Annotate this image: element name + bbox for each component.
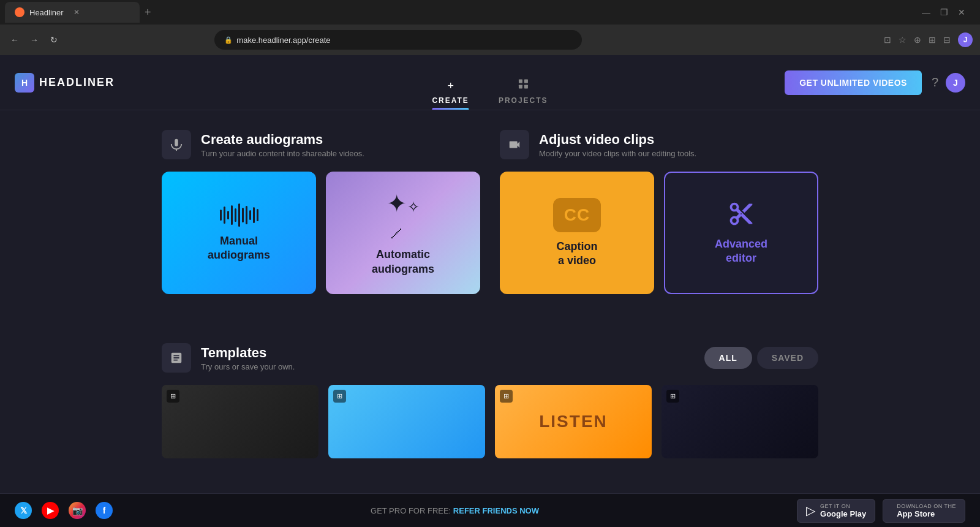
template-item-3[interactable]: ⊞ LISTEN — [495, 385, 652, 458]
youtube-icon[interactable]: ▶ — [42, 502, 59, 519]
logo[interactable]: H HEADLINER — [15, 73, 115, 93]
template-icon-3: ⊞ — [503, 392, 509, 400]
templates-section-icon — [162, 343, 191, 373]
bookmark-icon[interactable]: ☆ — [899, 35, 907, 45]
extension-icon-3[interactable]: ⊟ — [943, 35, 951, 45]
tab-close-button[interactable]: ✕ — [74, 8, 80, 17]
audiograms-text: Create audiograms Turn your audio conten… — [201, 132, 364, 158]
template-overlay-2: ⊞ — [333, 390, 346, 403]
advanced-editor-card[interactable]: Advancededitor — [664, 172, 818, 294]
close-button[interactable]: ✕ — [958, 7, 965, 17]
help-button[interactable]: ? — [932, 75, 938, 89]
manual-audiograms-card[interactable]: Manualaudiograms — [162, 172, 316, 294]
template-overlay-4: ⊞ — [666, 390, 679, 403]
app-store-text: Download on the App Store — [897, 503, 956, 518]
url-text: make.headliner.app/create — [236, 36, 330, 45]
caption-video-card[interactable]: CC Captiona video — [500, 172, 654, 294]
google-play-icon: ▷ — [806, 503, 815, 518]
video-section: Adjust video clips Modify your video cli… — [500, 130, 818, 294]
minimize-button[interactable]: — — [922, 7, 930, 17]
svg-rect-2 — [519, 85, 522, 89]
main-content: Create audiograms Turn your audio conten… — [0, 110, 980, 493]
create-tab-label: CREATE — [432, 96, 469, 105]
refresh-button[interactable]: ↻ — [47, 32, 61, 47]
app-store-name: App Store — [897, 509, 956, 518]
waveform-icon — [220, 203, 258, 227]
video-section-icon — [500, 130, 529, 159]
template-item-4[interactable]: ⊞ — [662, 385, 818, 458]
magic-wand-icon: ✦✧ ⟋ — [386, 189, 420, 245]
video-text: Adjust video clips Modify your video cli… — [539, 132, 696, 158]
template-icon-2: ⊞ — [337, 392, 342, 400]
cc-icon: CC — [553, 198, 601, 232]
template-item-1[interactable]: ⊞ — [162, 385, 318, 458]
promo-text: GET PRO FOR FREE: — [371, 506, 451, 515]
user-profile-icon[interactable]: J — [958, 32, 973, 47]
automatic-audiograms-card[interactable]: ✦✧ ⟋ Automaticaudiograms — [326, 172, 480, 294]
audiograms-section-header: Create audiograms Turn your audio conten… — [162, 130, 480, 159]
tab-create[interactable]: + CREATE — [432, 55, 469, 110]
svg-rect-1 — [524, 80, 528, 83]
google-play-text: GET IT ON Google Play — [820, 503, 866, 518]
favicon — [15, 7, 24, 17]
templates-text: Templates Try ours or save your own. — [201, 345, 295, 371]
browser-tab-bar: Headliner ✕ + — ❐ ✕ — [0, 0, 980, 25]
logo-text: HEADLINER — [39, 76, 115, 89]
templates-grid: ⊞ ⊞ ⊞ LISTEN ⊞ — [162, 385, 818, 458]
user-avatar[interactable]: J — [946, 73, 965, 93]
google-play-button[interactable]: ▷ GET IT ON Google Play — [797, 499, 875, 523]
get-unlimited-button[interactable]: GET UNLIMITED VIDEOS — [785, 70, 922, 95]
audiogram-cards-grid: Manualaudiograms ✦✧ ⟋ Automaticaudiogram… — [162, 172, 480, 294]
nav-tabs: + CREATE PROJECTS — [432, 55, 548, 110]
browser-address-bar: ← → ↻ 🔒 make.headliner.app/create ⊡ ☆ ⊕ … — [0, 25, 980, 55]
svg-rect-0 — [519, 80, 522, 83]
extension-icon-2[interactable]: ⊞ — [929, 35, 936, 45]
new-tab-button[interactable]: + — [145, 6, 151, 19]
browser-action-buttons: ⊡ ☆ ⊕ ⊞ ⊟ J — [884, 32, 973, 47]
bottom-bar: 𝕏 ▶ 📷 f GET PRO FOR FREE: REFER FRIENDS … — [0, 493, 980, 527]
projects-tab-icon — [518, 78, 529, 93]
template-icon-4: ⊞ — [670, 392, 676, 400]
app-store-sub: Download on the — [897, 503, 956, 509]
automatic-audiograms-label: Automaticaudiograms — [372, 248, 434, 276]
facebook-icon[interactable]: f — [96, 502, 113, 519]
video-cards-grid: CC Captiona video Advancededitor — [500, 172, 818, 294]
browser-tab-headliner[interactable]: Headliner ✕ — [5, 2, 140, 23]
address-bar[interactable]: 🔒 make.headliner.app/create — [214, 30, 582, 50]
template-item-2[interactable]: ⊞ — [328, 385, 485, 458]
top-navigation: H HEADLINER + CREATE PROJECTS GET UNLIMI… — [0, 55, 980, 110]
manual-audiograms-label: Manualaudiograms — [208, 234, 270, 263]
templates-section-header: Templates Try ours or save your own. — [162, 343, 295, 373]
extension-icon-1[interactable]: ⊕ — [914, 35, 921, 45]
create-tab-icon: + — [447, 80, 454, 93]
promo-bar: GET PRO FOR FREE: REFER FRIENDS NOW — [113, 506, 797, 515]
forward-button[interactable]: → — [27, 32, 42, 47]
scissors-icon — [728, 200, 755, 230]
promo-link[interactable]: REFER FRIENDS NOW — [453, 506, 539, 515]
maximize-button[interactable]: ❐ — [940, 7, 948, 17]
twitter-icon[interactable]: 𝕏 — [15, 502, 32, 519]
logo-icon: H — [15, 73, 34, 93]
template-icon-1: ⊞ — [170, 392, 176, 400]
instagram-icon[interactable]: 📷 — [69, 502, 86, 519]
saved-filter-button[interactable]: SAVED — [757, 347, 818, 369]
back-button[interactable]: ← — [7, 32, 22, 47]
video-section-header: Adjust video clips Modify your video cli… — [500, 130, 818, 159]
google-play-name: Google Play — [820, 509, 866, 518]
app-store-buttons: ▷ GET IT ON Google Play Download on the … — [797, 499, 965, 523]
tab-title: Headliner — [29, 8, 64, 17]
templates-subtitle: Try ours or save your own. — [201, 362, 295, 371]
tab-projects[interactable]: PROJECTS — [499, 55, 548, 110]
logo-initial: H — [21, 78, 28, 88]
projects-tab-label: PROJECTS — [499, 96, 548, 105]
all-filter-button[interactable]: ALL — [704, 347, 752, 369]
template-filters: ALL SAVED — [704, 347, 818, 369]
templates-header: Templates Try ours or save your own. ALL… — [162, 343, 818, 373]
cast-icon[interactable]: ⊡ — [884, 35, 891, 45]
templates-section: Templates Try ours or save your own. ALL… — [162, 343, 818, 458]
svg-rect-3 — [524, 85, 528, 89]
template-listen-text: LISTEN — [539, 412, 608, 431]
social-icons: 𝕏 ▶ 📷 f — [15, 502, 113, 519]
app-store-button[interactable]: Download on the App Store — [883, 499, 965, 523]
advanced-editor-label: Advancededitor — [715, 237, 767, 266]
